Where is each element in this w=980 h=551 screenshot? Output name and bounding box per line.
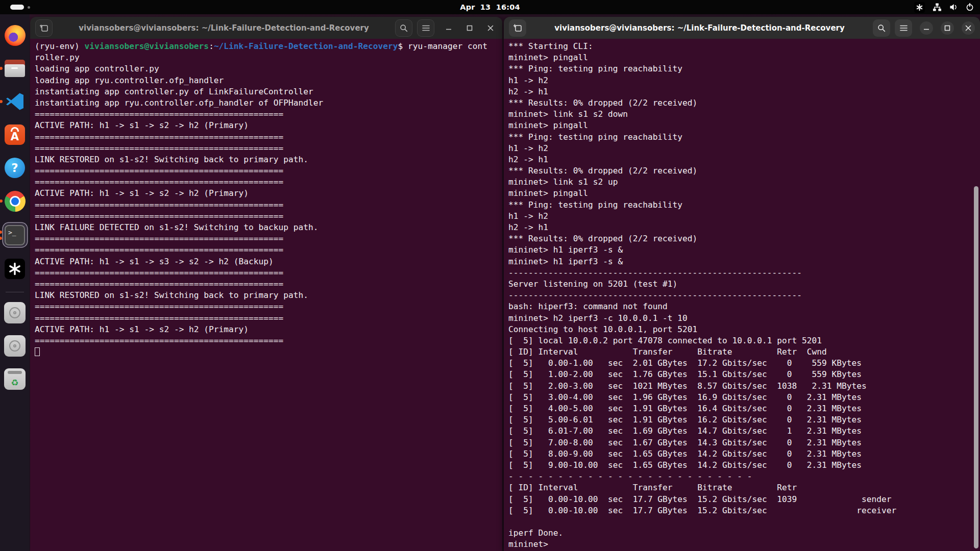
system-tray[interactable] (914, 0, 974, 14)
terminal-line: [ 5] 1.00-2.00 sec 1.76 GBytes 15.1 Gbit… (508, 369, 979, 380)
workspace-indicator[interactable] (10, 0, 30, 14)
workspace-pill-active (10, 5, 24, 10)
terminal-line: mininet> h1 iperf3 -s & (508, 256, 979, 267)
menu-button[interactable] (417, 19, 434, 37)
minimize-button[interactable] (920, 21, 933, 35)
maximize-button[interactable] (941, 21, 954, 35)
terminal-line: [ 5] 0.00-1.00 sec 2.01 GBytes 17.2 Gbit… (508, 358, 979, 369)
terminal-line: mininet> pingall (508, 120, 979, 131)
terminal-line: mininet> link s1 s2 up (508, 177, 979, 188)
terminal-line: LINK RESTORED on s1-s2! Switching back t… (35, 290, 501, 301)
help-icon: ? (5, 158, 25, 178)
new-tab-button[interactable] (509, 19, 526, 37)
terminal-line: mininet> h2 iperf3 -c 10.0.0.1 -t 10 (508, 313, 979, 324)
terminal-line: [ 5] 0.00-10.00 sec 17.7 GBytes 15.2 Gbi… (508, 505, 979, 516)
dock-item-help[interactable]: ? (4, 157, 26, 179)
terminal-window-left: viviansobers@viviansobers: ~/Link-Failur… (30, 17, 502, 551)
dock-item-files[interactable] (4, 57, 26, 80)
dock-item-drive-1[interactable] (4, 302, 26, 324)
terminal-line: [ 5] 7.00-8.00 sec 1.67 GBytes 14.3 Gbit… (508, 437, 979, 448)
terminal-line: mininet> h1 iperf3 -s & (508, 244, 979, 256)
right-header-bar[interactable]: viviansobers@viviansobers: ~/Link-Failur… (504, 17, 980, 39)
terminal-line: LINK FAILURE DETECTED on s1-s2! Switchin… (35, 222, 501, 233)
terminal-line: [ 5] 4.00-5.00 sec 1.91 GBytes 16.4 Gbit… (508, 403, 979, 414)
dock-item-app-center[interactable]: A (4, 123, 26, 146)
terminal-line: instantiating app controller.py of LinkF… (35, 86, 501, 97)
drive-icon (4, 302, 26, 323)
terminal-line: instantiating app ryu.controller.ofp_han… (35, 97, 501, 109)
terminal-line: ACTIVE PATH: h1 -> s1 -> s2 -> h2 (Prima… (35, 324, 501, 335)
dock-item-vscode[interactable] (4, 90, 26, 113)
terminal-line: [ 5] 6.01-7.00 sec 1.69 GBytes 14.7 Gbit… (508, 425, 979, 437)
terminal-line: bash: hiperf3: command not found (508, 301, 979, 312)
running-indicator-dot (0, 67, 3, 70)
terminal-line: ========================================… (35, 132, 501, 143)
close-button[interactable] (484, 21, 497, 35)
new-tab-button[interactable] (35, 19, 53, 37)
terminal-line: ========================================… (35, 109, 501, 120)
dock-item-terminal[interactable]: >_ (3, 223, 27, 247)
terminal-line: roller.py (35, 52, 501, 63)
dock-item-chrome[interactable] (4, 190, 26, 212)
dock-item-firefox[interactable] (4, 24, 26, 46)
terminal-window-right: viviansobers@viviansobers: ~/Link-Failur… (504, 17, 980, 551)
scrollbar-thumb[interactable] (974, 186, 978, 548)
dock-item-trash[interactable]: ♻ (4, 368, 26, 390)
terminal-line: [ 5] 0.00-10.00 sec 17.7 GBytes 15.2 Gbi… (508, 494, 979, 505)
terminal-line: ACTIVE PATH: h1 -> s1 -> s2 -> h2 (Prima… (35, 120, 501, 131)
left-header-bar[interactable]: viviansobers@viviansobers: ~/Link-Failur… (30, 17, 502, 39)
terminal-line: Connecting to host 10.0.0.1, port 5201 (508, 324, 979, 335)
search-button[interactable] (395, 19, 412, 37)
terminal-line: h1 -> h2 (508, 75, 979, 86)
maximize-button[interactable] (463, 21, 476, 35)
terminal-line: ========================================… (35, 335, 501, 346)
terminal-line: Server listening on 5201 (test #1) (508, 279, 979, 290)
terminal-line: ========================================… (35, 165, 501, 177)
terminal-line: *** Ping: testing ping reachability (508, 63, 979, 74)
dock-item-chatgpt[interactable] (4, 258, 26, 280)
running-indicator-dot (0, 100, 3, 103)
chatgpt-tray-icon[interactable] (914, 2, 925, 13)
terminal-line: *** Ping: testing ping reachability (508, 199, 979, 211)
running-indicator-dot (0, 199, 3, 203)
close-button[interactable] (962, 21, 975, 35)
dock-item-drive-2[interactable] (4, 335, 26, 357)
network-wired-icon[interactable] (933, 3, 942, 11)
vscode-icon (5, 91, 25, 112)
terminal-output-left[interactable]: (ryu-env) viviansobers@viviansobers:~/Li… (30, 39, 502, 551)
terminal-line: [ 5] 3.00-4.00 sec 1.96 GBytes 16.9 Gbit… (508, 392, 979, 403)
chrome-icon (5, 191, 26, 212)
terminal-line: h2 -> h1 (508, 86, 979, 97)
terminal-line: (ryu-env) viviansobers@viviansobers:~/Li… (35, 41, 501, 52)
terminal-line: *** Ping: testing ping reachability (508, 132, 979, 143)
firefox-icon (5, 25, 26, 46)
terminal-line: [ 5] 5.00-6.01 sec 1.91 GBytes 16.2 Gbit… (508, 414, 979, 425)
trash-icon: ♻ (4, 368, 26, 390)
power-icon[interactable] (966, 3, 974, 11)
volume-icon[interactable] (949, 3, 958, 11)
clock[interactable]: Apr 13 16:04 (460, 3, 520, 11)
terminal-line: ========================================… (35, 301, 501, 312)
terminal-line: loading app controller.py (35, 63, 501, 74)
terminal-line (508, 516, 979, 528)
app-center-icon: A (5, 124, 25, 145)
terminal-line: loading app ryu.controller.ofp_handler (35, 75, 501, 86)
menu-button[interactable] (895, 19, 912, 37)
minimize-button[interactable] (442, 21, 455, 35)
terminal-line: [ 5] 2.00-3.00 sec 1021 MBytes 8.57 Gbit… (508, 381, 979, 392)
top-bar: Apr 13 16:04 (0, 0, 980, 14)
terminal-line: mininet> (508, 539, 979, 550)
terminal-line: [ ID] Interval Transfer Bitrate Retr (508, 482, 979, 493)
terminal-line: [ 5] 8.00-9.00 sec 1.65 GBytes 14.2 Gbit… (508, 448, 979, 460)
terminal-line: ========================================… (35, 233, 501, 244)
terminal-line: [ ID] Interval Transfer Bitrate Retr Cwn… (508, 346, 979, 358)
terminal-icon: >_ (5, 225, 25, 245)
terminal-output-right[interactable]: *** Starting CLI:mininet> pingall*** Pin… (504, 39, 980, 551)
terminal-line: ========================================… (35, 177, 501, 188)
dock-divider (6, 292, 24, 292)
terminal-line: iperf Done. (508, 528, 979, 539)
terminal-line: *** Results: 0% dropped (2/2 received) (508, 165, 979, 177)
dock: A ? >_ ♻ (0, 14, 30, 551)
search-button[interactable] (873, 19, 890, 37)
terminal-line: - - - - - - - - - - - - - - - - - - - - … (508, 471, 979, 482)
